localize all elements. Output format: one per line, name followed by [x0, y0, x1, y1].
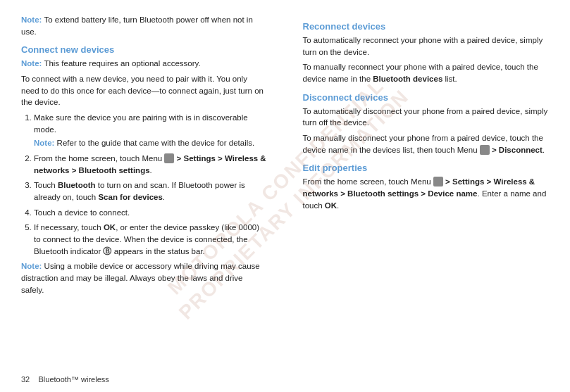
disconnect-manual-after: . [543, 146, 545, 154]
connect-section-title: Connect new devices [21, 44, 268, 55]
connect-note-label: Note: [21, 59, 42, 68]
intro-note-text: To extend battery life, turn Bluetooth p… [21, 15, 253, 36]
page-container: MOTOROLA CONFIDENTIALPROPRIETARY INFORMA… [0, 0, 570, 392]
disconnect-title: Disconnect devices [303, 92, 550, 103]
connect-intro: To connect with a new device, you need t… [21, 73, 268, 108]
connect-note-text: This feature requires an optional access… [44, 59, 200, 68]
page-number: 32 Bluetooth™ wireless [21, 375, 109, 384]
bottom-note: Note: Using a mobile device or accessory… [21, 260, 268, 296]
menu-icon-step2 [164, 153, 174, 163]
step-3-bold2: Scan for devices [98, 193, 162, 201]
step-1: Make sure the device you are pairing wit… [34, 112, 268, 149]
step-5-before: If necessary, touch [34, 223, 104, 232]
steps-list: Make sure the device you are pairing wit… [34, 112, 268, 257]
disconnect-manual: To manually disconnect your phone from a… [303, 132, 550, 156]
step-3-bold1: Bluetooth [58, 181, 96, 189]
step-5-bold1: OK [104, 223, 116, 232]
edit-before: From the home screen, touch Menu [303, 177, 433, 186]
reconnect-auto: To automatically reconnect your phone wi… [303, 34, 550, 58]
edit-end: . [337, 201, 339, 210]
step-2-after: . [150, 166, 152, 175]
edit-ok: OK [325, 201, 337, 210]
step-4: Touch a device to connect. [34, 207, 268, 219]
intro-note-label: Note: [21, 15, 42, 24]
right-column: Reconnect devices To automatically recon… [296, 14, 550, 378]
step-1-note-text: Refer to the guide that came with the de… [57, 139, 255, 147]
step-4-text: Touch a device to connect. [34, 208, 130, 217]
page-title-label: Bluetooth™ wireless [38, 375, 109, 384]
step-1-note-label: Note: [34, 139, 54, 147]
step-1-note: Note: Refer to the guide that came with … [34, 137, 268, 149]
edit-properties: From the home screen, touch Menu > Setti… [303, 176, 550, 211]
menu-icon-disconnect [480, 145, 490, 155]
page-num: 32 [21, 375, 30, 384]
bottom-note-text: Using a mobile device or accessory while… [21, 262, 260, 293]
reconnect-manual-bold: Bluetooth devices [373, 75, 442, 83]
reconnect-manual-after: list. [442, 75, 457, 83]
step-2-before: From the home screen, touch Menu [34, 154, 164, 163]
bt-indicator: Ⓑ [103, 246, 111, 258]
disconnect-manual-bold: > Disconnect [490, 146, 543, 154]
step-3-before: Touch [34, 181, 58, 189]
step-3: Touch Bluetooth to turn on and scan. If … [34, 179, 268, 203]
step-2: From the home screen, touch Menu > Setti… [34, 153, 268, 176]
step-5-after: appears in the status bar. [111, 247, 204, 255]
connect-note: Note: This feature requires an optional … [21, 58, 268, 70]
step-3-after: . [163, 193, 165, 201]
edit-title: Edit properties [303, 163, 550, 173]
step-5: If necessary, touch OK, or enter the dev… [34, 222, 268, 257]
left-column: Note: To extend battery life, turn Bluet… [21, 14, 275, 378]
intro-note: Note: To extend battery life, turn Bluet… [21, 14, 268, 37]
menu-icon-edit [433, 177, 443, 186]
bottom-note-label: Note: [21, 262, 42, 270]
step-1-text: Make sure the device you are pairing wit… [34, 113, 248, 134]
reconnect-title: Reconnect devices [303, 21, 550, 32]
disconnect-auto: To automatically disconnect your phone f… [303, 106, 550, 129]
reconnect-manual: To manually reconnect your phone with a … [303, 61, 550, 84]
